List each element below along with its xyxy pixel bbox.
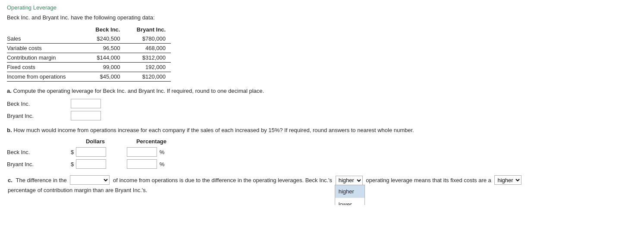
beck-variable-costs: 96,500 bbox=[80, 44, 126, 53]
beck-income: $45,000 bbox=[80, 72, 126, 82]
beck-pct-cell: % bbox=[123, 146, 179, 158]
part-c-dropdown3[interactable]: higher lower bbox=[494, 175, 521, 185]
bryant-dollars-cell: $ bbox=[67, 158, 123, 170]
bryant-fixed-costs: 192,000 bbox=[125, 63, 171, 72]
col-percentage: Percentage bbox=[123, 137, 179, 146]
table-row: Bryant Inc. bbox=[7, 110, 104, 122]
bryant-contribution: $312,000 bbox=[125, 53, 171, 63]
beck-contribution: $144,000 bbox=[80, 53, 126, 63]
part-b-block: b. How much would income from operations… bbox=[7, 127, 637, 170]
bryant-sales: $780,000 bbox=[125, 34, 171, 44]
row-label: Income from operations bbox=[7, 72, 80, 82]
beck-leverage-cell bbox=[67, 98, 104, 110]
table-row: Variable costs 96,500 468,000 bbox=[7, 44, 171, 53]
part-c-text4: percentage of contribution margin than a… bbox=[8, 185, 147, 195]
col-dollars: Dollars bbox=[67, 137, 123, 146]
beck-label-b: Beck Inc. bbox=[7, 146, 67, 158]
row-label: Variable costs bbox=[7, 44, 80, 53]
beck-label-a: Beck Inc. bbox=[7, 98, 67, 110]
table-row: Beck Inc. $ % bbox=[7, 146, 179, 158]
intro-text: Beck Inc. and Bryant Inc. have the follo… bbox=[7, 14, 637, 21]
bryant-label-a: Bryant Inc. bbox=[7, 110, 67, 122]
col-bryant: Bryant Inc. bbox=[125, 25, 171, 34]
row-label: Contribution margin bbox=[7, 53, 80, 63]
table-row: Bryant Inc. $ % bbox=[7, 158, 179, 170]
table-row: Beck Inc. bbox=[7, 98, 104, 110]
table-row: Income from operations $45,000 $120,000 bbox=[7, 72, 171, 82]
beck-sales: $240,500 bbox=[80, 34, 126, 44]
part-b-table: Dollars Percentage Beck Inc. $ % Bryant … bbox=[7, 137, 179, 170]
bryant-pct-input[interactable] bbox=[127, 159, 157, 169]
part-a-table: Beck Inc. Bryant Inc. bbox=[7, 98, 104, 122]
table-header-row: Dollars Percentage bbox=[7, 137, 179, 146]
bryant-variable-costs: 468,000 bbox=[125, 44, 171, 53]
bryant-dollars-input[interactable] bbox=[76, 159, 106, 169]
beck-dollars-input[interactable] bbox=[76, 147, 106, 157]
part-c-dropdown1[interactable]: percentage amount ratio bbox=[70, 175, 110, 185]
part-b-description: b. How much would income from operations… bbox=[7, 127, 637, 133]
beck-fixed-costs: 99,000 bbox=[80, 63, 126, 72]
part-c-text2: of income from operations is due to the … bbox=[113, 175, 332, 185]
beck-dollars-cell: $ bbox=[67, 146, 123, 158]
part-c-dropdown2[interactable]: higher lower bbox=[336, 176, 363, 185]
part-c-dropdown2-container: higher lower higher lower bbox=[335, 175, 364, 185]
bryant-label-b: Bryant Inc. bbox=[7, 158, 67, 170]
beck-pct-input[interactable] bbox=[127, 147, 157, 157]
page-title: Operating Leverage bbox=[7, 4, 637, 11]
row-label: Fixed costs bbox=[7, 63, 80, 72]
row-label: Sales bbox=[7, 34, 80, 44]
part-a-description: a. Compute the operating leverage for Be… bbox=[7, 88, 637, 94]
bryant-pct-cell: % bbox=[123, 158, 179, 170]
beck-leverage-input[interactable] bbox=[71, 99, 101, 108]
part-a-block: a. Compute the operating leverage for Be… bbox=[7, 88, 637, 122]
option-higher[interactable]: higher bbox=[335, 185, 364, 198]
part-c-content: c. The difference in the percentage amou… bbox=[7, 175, 637, 196]
bryant-leverage-input[interactable] bbox=[71, 111, 101, 120]
table-row: Fixed costs 99,000 192,000 bbox=[7, 63, 171, 72]
bryant-leverage-cell bbox=[67, 110, 104, 122]
col-beck: Beck Inc. bbox=[80, 25, 126, 34]
bryant-income: $120,000 bbox=[125, 72, 171, 82]
option-lower[interactable]: lower bbox=[335, 198, 364, 205]
part-c-text1: The difference in the bbox=[16, 175, 66, 185]
operating-data-table: Beck Inc. Bryant Inc. Sales $240,500 $78… bbox=[7, 25, 171, 82]
table-row: Sales $240,500 $780,000 bbox=[7, 34, 171, 44]
part-c-block: c. The difference in the percentage amou… bbox=[7, 175, 637, 196]
part-c-dropdown2-list: higher lower bbox=[335, 185, 365, 205]
part-c-text3: operating leverage means that its fixed … bbox=[366, 175, 491, 185]
table-row: Contribution margin $144,000 $312,000 bbox=[7, 53, 171, 63]
